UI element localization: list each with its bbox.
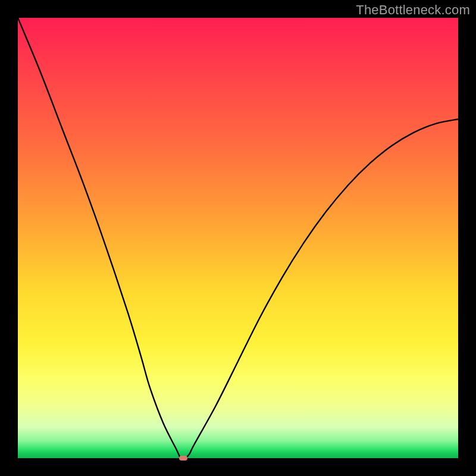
bottleneck-curve — [18, 18, 458, 458]
plot-area — [18, 18, 458, 458]
trough-marker — [179, 456, 187, 461]
chart-frame: TheBottleneck.com — [0, 0, 476, 476]
watermark-label: TheBottleneck.com — [356, 2, 470, 18]
